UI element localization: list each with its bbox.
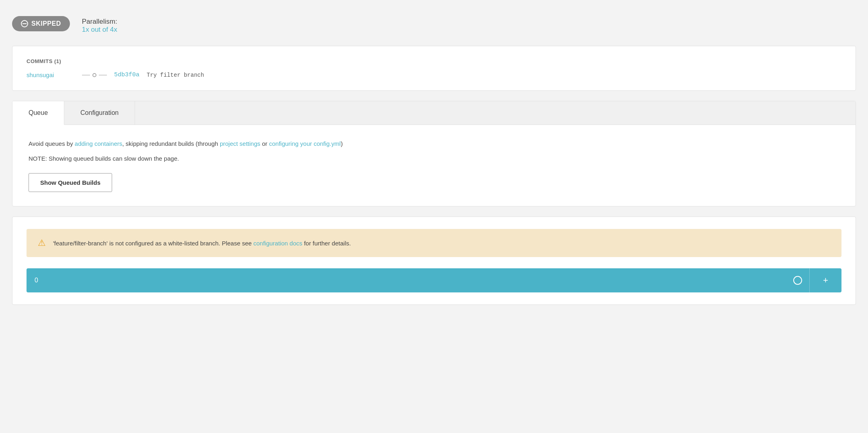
queue-desc-end: ) (341, 140, 343, 147)
plus-icon: + (823, 275, 828, 286)
queue-desc-or: or (260, 140, 269, 147)
minus-icon (21, 20, 28, 27)
warning-text-start: 'feature/filter-branch' is not configure… (53, 240, 254, 247)
queue-note: NOTE: Showing queued builds can slow dow… (29, 155, 839, 162)
commit-author-link[interactable]: shunsugai (27, 71, 75, 78)
tabs-header: Queue Configuration (12, 101, 856, 125)
tab-content-queue: Avoid queues by adding containers, skipp… (12, 125, 856, 206)
warning-section: ⚠ 'feature/filter-branch' is not configu… (12, 216, 856, 305)
commit-icon-area (82, 73, 107, 77)
header-section: SKIPPED Parallelism: 1x out of 4x (12, 8, 856, 46)
commit-message: Try filter branch (147, 72, 204, 78)
progress-circle-icon (793, 276, 802, 285)
page-wrapper: SKIPPED Parallelism: 1x out of 4x COMMIT… (0, 0, 868, 433)
parallelism-info: Parallelism: 1x out of 4x (82, 16, 117, 34)
commit-row: shunsugai 5db3f0a Try filter branch (27, 71, 841, 78)
warning-icon: ⚠ (38, 238, 46, 248)
progress-bar-add-button[interactable]: + (809, 268, 841, 292)
adding-containers-link[interactable]: adding containers (75, 140, 122, 147)
queue-desc-start: Avoid queues by (29, 140, 75, 147)
configuration-docs-link[interactable]: configuration docs (254, 240, 303, 247)
queue-desc-middle: , skipping redundant builds (through (122, 140, 220, 147)
parallelism-value-link[interactable]: 1x out of 4x (82, 26, 117, 33)
tabs-card: Queue Configuration Avoid queues by addi… (12, 101, 856, 206)
tab-configuration[interactable]: Configuration (64, 101, 135, 125)
commit-dot-icon (92, 73, 96, 77)
commits-card: COMMITS (1) shunsugai 5db3f0a Try filter… (12, 46, 856, 91)
parallelism-label: Parallelism: (82, 18, 117, 26)
progress-number: 0 (35, 277, 38, 284)
config-yml-link[interactable]: configuring your config.yml (269, 140, 340, 147)
show-queued-builds-button[interactable]: Show Queued Builds (29, 173, 112, 192)
commits-header: COMMITS (1) (27, 58, 841, 64)
commit-hash-link[interactable]: 5db3f0a (114, 71, 139, 78)
project-settings-link[interactable]: project settings (220, 140, 260, 147)
warning-banner: ⚠ 'feature/filter-branch' is not configu… (27, 229, 841, 257)
skipped-badge: SKIPPED (12, 16, 70, 31)
commit-line-right (99, 75, 107, 76)
warning-text: 'feature/filter-branch' is not configure… (53, 240, 351, 247)
skipped-label: SKIPPED (31, 20, 61, 27)
tab-queue[interactable]: Queue (12, 101, 64, 125)
progress-area: 0 + (27, 268, 841, 292)
queue-description: Avoid queues by adding containers, skipp… (29, 139, 839, 149)
warning-text-end: for further details. (302, 240, 351, 247)
progress-bar-main: 0 (27, 268, 809, 292)
commit-line-left (82, 75, 90, 76)
